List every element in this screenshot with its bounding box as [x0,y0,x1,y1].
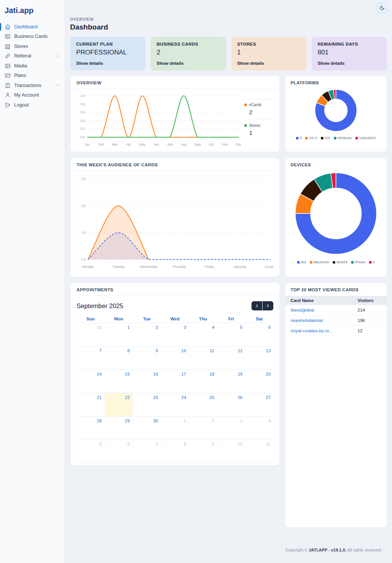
calendar-day[interactable]: 31 [77,323,105,346]
calendar-day[interactable]: 1 [161,417,189,440]
calendar-day[interactable]: 3 [217,417,245,440]
calendar-dayname-sun: Sun [77,315,105,323]
calendar-day[interactable]: 23 [132,393,161,416]
left-column: OVERVIEW 0.00.20.40.60.81.0JanFebMarAprM… [70,76,280,466]
svg-text:Sept: Sept [194,143,201,146]
calendar-day[interactable]: 9 [189,440,217,463]
calendar-day[interactable]: 29 [105,417,133,440]
show-details-link[interactable]: Show details [157,61,183,66]
card-name-link[interactable]: /royal-cookies-by-m... [291,328,358,333]
sidebar-item-referral[interactable]: Referral [0,51,65,61]
calendar-day[interactable]: 7 [77,346,105,369]
calendar-day[interactable]: 5 [217,323,245,346]
content: OVERVIEW Dashboard CURRENT PLAN PROFESSI… [65,15,392,558]
calendar-next-button[interactable] [263,301,273,310]
calendar-prev-button[interactable] [252,301,262,310]
calendar-day[interactable]: 18 [189,370,217,393]
visitors-value: 196 [358,318,381,323]
calendar-day[interactable]: 21 [77,393,105,416]
calendar-day[interactable]: 19 [217,370,245,393]
receipt-icon [5,82,11,89]
sidebar-item-media[interactable]: Media [0,61,65,71]
calendar-day[interactable]: 4 [245,417,273,440]
app-root: Jati.app Dashboard Business Cards Stores… [0,0,392,558]
show-details-link[interactable]: Show details [237,61,264,66]
calendar-day[interactable]: 9 [132,346,161,369]
sidebar-item-business-cards[interactable]: Business Cards [0,32,65,42]
show-details-link[interactable]: Show details [318,61,345,66]
calendar-day[interactable]: 2 [132,323,161,346]
calendar-day[interactable]: 30 [132,417,161,440]
visitors-value: 12 [358,328,381,333]
calendar-day[interactable]: 28 [77,417,105,440]
calendar-day[interactable]: 20 [245,370,273,393]
dark-mode-toggle-button[interactable] [377,3,387,13]
calendar-day[interactable]: 8 [105,346,133,369]
calendar-day[interactable]: 15 [105,370,133,393]
legend-item-windows[interactable]: Windows [334,136,352,140]
footer-brand-version: JATI.APP - v19.1.0. [309,548,346,552]
calendar-day[interactable]: 24 [161,393,189,416]
sidebar-item-plans[interactable]: Plans [0,71,65,81]
legend-item-os-x[interactable]: OS X [305,136,317,140]
calendar-day[interactable]: 1 [105,323,133,346]
calendar-dayname-mon: Mon [105,315,132,323]
legend-item-bot[interactable]: Bot [297,260,306,264]
legend-dot [351,261,354,264]
legend-item-0[interactable]: 0 [369,260,375,264]
sidebar-item-label: Stores [14,44,28,49]
calendar-day[interactable]: 12 [217,346,245,369]
legend-item-androidos[interactable]: AndroidOS [355,136,376,140]
calendar-day[interactable]: 25 [189,393,217,416]
calendar-day[interactable]: 11 [245,440,273,463]
devices-card-title: DEVICES [291,162,381,167]
legend-item-0[interactable]: 0 [296,136,302,140]
page-title: Dashboard [70,23,387,31]
topbar [65,0,392,15]
calendar-day[interactable]: 6 [245,323,273,346]
sidebar-item-dashboard[interactable]: Dashboard [0,22,65,32]
calendar-week: 14151617181920 [77,369,273,393]
sidebar-item-stores[interactable]: Stores [0,41,65,51]
calendar-day[interactable]: 7 [132,440,161,463]
calendar-day[interactable]: 6 [105,440,133,463]
calendar-week: 567891011 [77,440,273,463]
svg-text:Feb: Feb [98,143,104,146]
appointments-card-title: APPOINTMENTS [77,287,273,292]
legend-item-webkit[interactable]: WebKit [333,260,348,264]
calendar-day[interactable]: 5 [77,440,105,463]
calendar-day-today[interactable]: 22 [105,393,133,416]
chevron-down-icon [56,83,60,87]
calendar-day[interactable]: 14 [77,370,105,393]
calendar-day[interactable]: 3 [161,323,189,346]
calendar-day[interactable]: 26 [217,393,245,416]
table-row: /wanmuhdakmal 196 [285,315,387,326]
calendar-week: 78910111213 [77,346,273,369]
calendar-day[interactable]: 11 [189,346,217,369]
stat-label: BUSINESS CARDS [157,42,220,46]
calendar-day[interactable]: 10 [217,440,245,463]
legend-item-iphone[interactable]: iPhone [351,260,366,264]
overview-card: OVERVIEW 0.00.20.40.60.81.0JanFebMarAprM… [70,76,280,152]
sidebar-item-my-account[interactable]: My Account [0,90,65,100]
calendar-day[interactable]: 2 [189,417,217,440]
footer: Copyright © JATI.APP - v19.1.0. All righ… [70,548,387,558]
card-name-link[interactable]: /wanmuhdakmal [291,318,358,323]
legend-item-macintosh[interactable]: Macintosh [310,260,329,264]
sidebar-item-transactions[interactable]: Transactions [0,80,65,90]
divider [70,89,279,89]
calendar-day[interactable]: 27 [245,393,273,416]
calendar-day[interactable]: 8 [161,440,189,463]
platforms-card-title: PLATFORMS [291,80,381,85]
calendar-day[interactable]: 4 [189,323,217,346]
legend-item-ios[interactable]: iOS [321,136,330,140]
calendar-day[interactable]: 10 [161,346,189,369]
show-details-link[interactable]: Show details [76,61,103,66]
card-name-link[interactable]: /beeziglobal [291,308,358,312]
calendar-day[interactable]: 13 [245,346,273,369]
legend-total: 1 [249,130,273,136]
stat-value: 801 [318,49,381,56]
calendar-day[interactable]: 17 [161,370,189,393]
sidebar-item-logout[interactable]: Logout [0,100,65,110]
calendar-day[interactable]: 16 [132,370,161,393]
